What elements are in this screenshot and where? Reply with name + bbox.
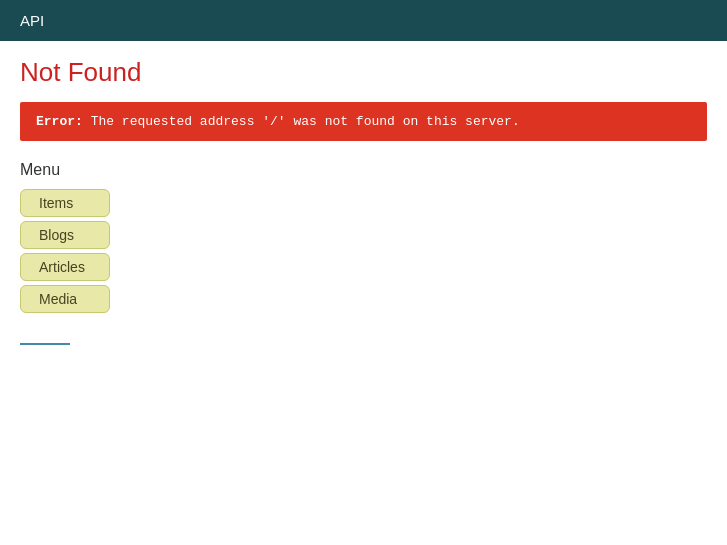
page-title: Not Found [20, 57, 707, 88]
section-divider [20, 343, 70, 345]
menu-buttons: Items Blogs Articles Media [20, 189, 707, 313]
menu-btn-articles[interactable]: Articles [20, 253, 110, 281]
main-content: Not Found Error: The requested address '… [0, 41, 727, 361]
menu-btn-blogs[interactable]: Blogs [20, 221, 110, 249]
error-message: The requested address '/' was not found … [91, 114, 520, 129]
app-header: API [0, 0, 727, 41]
menu-btn-items[interactable]: Items [20, 189, 110, 217]
header-title: API [20, 12, 44, 29]
menu-btn-media[interactable]: Media [20, 285, 110, 313]
error-box: Error: The requested address '/' was not… [20, 102, 707, 141]
error-label: Error: [36, 114, 83, 129]
menu-section: Menu Items Blogs Articles Media [20, 161, 707, 313]
menu-title: Menu [20, 161, 707, 179]
